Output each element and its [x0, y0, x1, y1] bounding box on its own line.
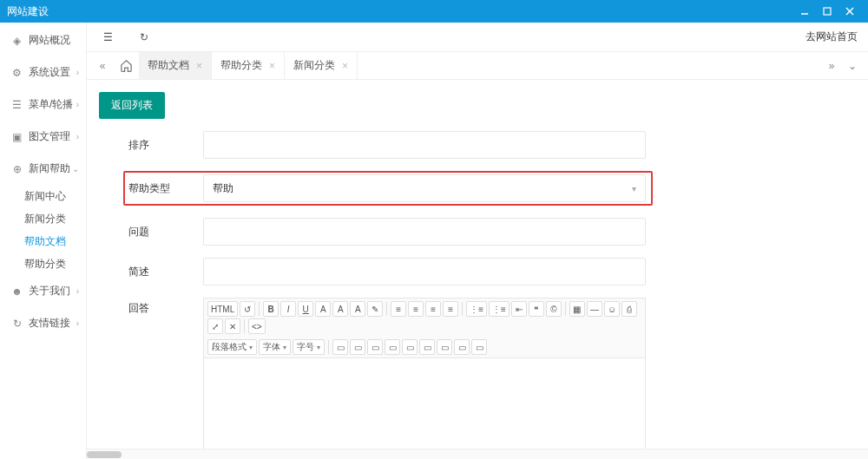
editor-code-button[interactable]: <> [248, 318, 266, 334]
editor-map-button[interactable]: ▭ [402, 339, 418, 355]
sidebar-item-label: 友情链接 [29, 316, 70, 331]
sidebar-item-links[interactable]: ↻ 友情链接 › [0, 307, 86, 339]
chevron-down-icon: ⌄ [72, 164, 79, 174]
tab-help-category[interactable]: 帮助分类 × [212, 52, 285, 79]
editor-anchor-button[interactable]: ▭ [454, 339, 470, 355]
goto-site-link[interactable]: 去网站首页 [806, 30, 858, 44]
scrollbar-thumb[interactable] [87, 451, 122, 458]
topbar: ☰ ↻ 去网站首页 [87, 23, 868, 52]
chevron-right-icon: › [76, 318, 79, 328]
separator [328, 340, 329, 354]
dashboard-icon: ◈ [10, 34, 23, 47]
sidebar-item-about[interactable]: ☻ 关于我们 › [0, 275, 86, 307]
sidebar-subitem-news-category[interactable]: 新闻分类 [0, 207, 86, 230]
refresh-button[interactable]: ↻ [134, 27, 155, 48]
editor-unordered-list-button[interactable]: ⋮≡ [489, 301, 510, 317]
editor-quote-button[interactable]: ❝ [529, 301, 544, 317]
tab-menu[interactable]: ⌄ [842, 52, 863, 79]
select-value: 帮助 [213, 181, 233, 196]
editor-align-right-button[interactable]: ≡ [425, 301, 441, 317]
window-maximize-button[interactable] [816, 3, 838, 19]
editor-undo-button[interactable]: ↺ [240, 301, 255, 317]
editor-textarea[interactable]: 字数统计 [204, 358, 645, 449]
editor-underline-button[interactable]: U [298, 301, 313, 317]
sort-input[interactable] [203, 131, 646, 159]
brief-input[interactable] [203, 258, 646, 285]
sidebar-subitem-help-category[interactable]: 帮助分类 [0, 252, 86, 275]
back-to-list-button[interactable]: 返回列表 [99, 92, 165, 119]
editor-outdent-button[interactable]: ⇤ [511, 301, 527, 317]
editor-paragraph-select[interactable]: 段落格式▾ [207, 339, 257, 355]
chevron-right-icon: › [76, 286, 79, 296]
editor-font-select[interactable]: 字体▾ [259, 339, 291, 355]
editor-print-button[interactable]: ⎙ [621, 301, 637, 317]
editor-emoji-button[interactable]: ☺ [604, 301, 620, 317]
editor-html-button[interactable]: HTML [207, 301, 238, 317]
editor-symbol-button[interactable]: © [546, 301, 562, 317]
editor-forecolor-button[interactable]: A [315, 301, 331, 317]
editor-fontcolor-button[interactable]: A [350, 301, 365, 317]
separator [259, 302, 260, 316]
chevron-right-icon: › [76, 100, 79, 109]
editor-backcolor-button[interactable]: A [332, 301, 348, 317]
question-input[interactable] [203, 218, 646, 246]
close-icon[interactable]: × [269, 60, 275, 72]
editor-unlink-button[interactable]: ▭ [437, 339, 452, 355]
close-icon[interactable]: × [342, 60, 348, 72]
help-type-select[interactable]: 帮助 ▾ [203, 174, 646, 202]
image-icon: ▣ [10, 130, 23, 143]
collapse-sidebar-button[interactable]: ☰ [97, 27, 118, 48]
sidebar-item-label: 图文管理 [29, 129, 70, 144]
chevron-right-icon: › [76, 132, 79, 141]
editor-align-center-button[interactable]: ≡ [408, 301, 424, 317]
editor-toolbar: HTML ↺ B I U A A A ✎ [204, 298, 645, 358]
sidebar-item-overview[interactable]: ◈ 网站概况 [0, 24, 86, 56]
label-brief: 简述 [128, 265, 203, 279]
editor-hr-button[interactable]: — [587, 301, 602, 317]
gear-icon: ⚙ [10, 66, 23, 79]
window-minimize-button[interactable] [793, 3, 816, 19]
window-close-button[interactable] [838, 3, 861, 19]
sidebar-item-label: 菜单/轮播 [29, 97, 73, 112]
editor-link-button[interactable]: ▭ [419, 339, 435, 355]
sidebar-item-media[interactable]: ▣ 图文管理 › [0, 121, 86, 153]
editor-italic-button[interactable]: I [280, 301, 296, 317]
separator [462, 302, 463, 316]
tab-scroll-left[interactable]: « [92, 52, 113, 79]
editor-align-left-button[interactable]: ≡ [391, 301, 406, 317]
editor-attachment-button[interactable]: ▭ [385, 339, 400, 355]
tab-label: 新闻分类 [293, 58, 335, 73]
sidebar-item-menu[interactable]: ☰ 菜单/轮播 › [0, 89, 86, 121]
close-icon[interactable]: × [196, 60, 202, 72]
label-sort: 排序 [128, 138, 203, 153]
tab-scroll-right[interactable]: » [821, 52, 842, 79]
editor-brush-button[interactable]: ✎ [367, 301, 383, 317]
editor-multi-image-button[interactable]: ▭ [350, 339, 365, 355]
sidebar-subitem-help-doc[interactable]: 帮助文档 [0, 230, 86, 252]
editor-ordered-list-button[interactable]: ⋮≡ [466, 301, 487, 317]
editor-bold-button[interactable]: B [263, 301, 279, 317]
editor-size-select[interactable]: 字号▾ [293, 339, 325, 355]
editor-clear-button[interactable]: ✕ [225, 318, 240, 334]
sidebar-subitem-news-center[interactable]: 新闻中心 [0, 185, 86, 207]
editor-image-button[interactable]: ▭ [332, 339, 348, 355]
sidebar-item-system[interactable]: ⚙ 系统设置 › [0, 56, 86, 89]
editor-align-justify-button[interactable]: ≡ [443, 301, 458, 317]
editor-fullscreen-button[interactable]: ⤢ [207, 318, 223, 334]
horizontal-scrollbar[interactable] [87, 449, 868, 459]
tab-label: 帮助文档 [148, 58, 189, 73]
editor-video-button[interactable]: ▭ [367, 339, 383, 355]
tab-news-category[interactable]: 新闻分类 × [285, 52, 358, 79]
tab-home[interactable] [113, 52, 139, 79]
tab-help-doc[interactable]: 帮助文档 × [139, 52, 212, 79]
tabbar: « 帮助文档 × 帮助分类 × 新闻分类 × » ⌄ [87, 52, 868, 80]
label-answer: 回答 [128, 298, 203, 316]
link-icon: ↻ [10, 317, 23, 330]
sidebar-item-news-help[interactable]: ⊕ 新闻帮助 ⌄ [0, 153, 86, 185]
editor-table-button[interactable]: ▦ [569, 301, 585, 317]
sidebar-item-label: 网站概况 [29, 33, 70, 48]
chevron-right-icon: › [76, 68, 79, 77]
editor-template-button[interactable]: ▭ [471, 339, 487, 355]
sidebar-item-label: 系统设置 [29, 65, 70, 80]
sidebar-item-label: 新闻帮助 [29, 161, 70, 176]
